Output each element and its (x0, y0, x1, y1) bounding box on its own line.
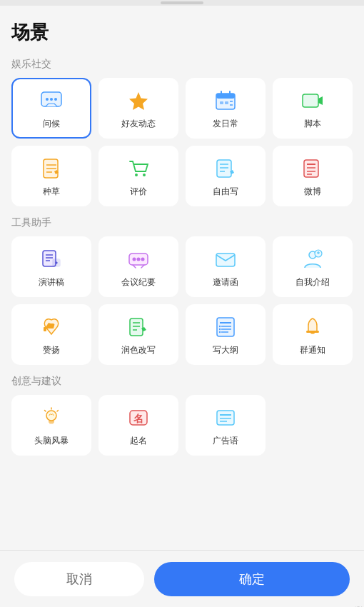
item-selfintro-label: 自我介绍 (295, 276, 330, 289)
person-icon (300, 246, 325, 272)
svg-rect-66 (217, 411, 234, 425)
svg-rect-44 (44, 327, 46, 331)
item-rewrite[interactable]: 润色改写 (98, 304, 178, 365)
grid-entertainment-row2: 种草 评价 (11, 146, 353, 206)
note-icon (39, 156, 64, 181)
svg-rect-10 (225, 101, 228, 104)
svg-rect-57 (306, 331, 319, 333)
bulb-icon (39, 405, 64, 431)
item-greeting-label: 问候 (43, 118, 60, 130)
item-selfintro[interactable]: 自我介绍 (273, 236, 353, 297)
item-script[interactable]: 脚本 (273, 78, 353, 139)
weibo-icon (300, 156, 325, 181)
svg-rect-45 (130, 318, 143, 336)
svg-rect-59 (49, 421, 54, 423)
item-speech[interactable]: 演讲稿 (11, 236, 91, 297)
svg-rect-21 (217, 160, 231, 177)
item-greeting[interactable]: 问候 (11, 78, 91, 139)
svg-marker-4 (129, 92, 148, 110)
svg-point-20 (143, 174, 146, 176)
item-friends[interactable]: 好友动态 (98, 78, 178, 139)
svg-point-54 (219, 326, 221, 327)
section-title-entertainment: 娱乐社交 (11, 58, 353, 71)
svg-point-2 (50, 98, 53, 101)
item-notify-label: 群通知 (300, 344, 325, 356)
item-invite[interactable]: 邀请函 (186, 236, 266, 297)
svg-point-55 (219, 328, 221, 330)
cancel-button[interactable]: 取消 (14, 562, 144, 596)
confirm-button[interactable]: 确定 (154, 562, 350, 596)
item-daily-label: 发日常 (213, 118, 238, 130)
item-weibo[interactable]: 微博 (273, 146, 353, 206)
outline-icon (213, 314, 238, 340)
item-speech-label: 演讲稿 (39, 276, 64, 289)
item-brainstorm[interactable]: 头脑风暴 (11, 395, 91, 456)
item-script-label: 脚本 (304, 118, 321, 130)
item-slogan-label: 广告语 (213, 435, 238, 447)
grid-entertainment-row1: 问候 好友动态 (11, 78, 353, 139)
drag-indicator (161, 1, 203, 4)
svg-line-62 (45, 411, 46, 412)
svg-point-37 (137, 258, 141, 261)
svg-marker-14 (318, 96, 323, 105)
item-recommend-label: 种草 (43, 186, 60, 198)
item-invite-label: 邀请函 (213, 276, 238, 289)
svg-point-3 (54, 98, 57, 101)
bottom-bar: 取消 确定 (0, 550, 364, 607)
item-weibo-label: 微博 (304, 186, 321, 198)
scene-selector: 场景 娱乐社交 问候 (0, 0, 364, 607)
main-content: 场景 娱乐社交 问候 (0, 6, 364, 550)
svg-rect-39 (216, 254, 235, 266)
grid-tools-row1: 演讲稿 会议纪要 (11, 236, 353, 297)
grid-tools-row2: 赞扬 润色改写 (11, 304, 353, 365)
item-outline-label: 写大纲 (213, 344, 238, 356)
ad-icon (213, 405, 238, 431)
item-freewrite-label: 自由写 (213, 186, 238, 198)
meeting-icon (126, 246, 151, 272)
svg-rect-6 (216, 94, 235, 99)
item-review[interactable]: 评价 (98, 146, 178, 206)
name-icon: 名 (126, 405, 151, 431)
editblue-icon (213, 156, 238, 181)
item-freewrite[interactable]: 自由写 (186, 146, 266, 206)
rewrite-icon (126, 314, 151, 340)
item-review-label: 评价 (130, 186, 147, 198)
like-icon (39, 314, 64, 340)
svg-text:名: 名 (133, 413, 143, 424)
item-daily[interactable]: 发日常 (186, 78, 266, 139)
svg-line-63 (57, 411, 59, 412)
item-meeting[interactable]: 会议纪要 (98, 236, 178, 297)
svg-rect-60 (49, 423, 54, 424)
item-praise-label: 赞扬 (43, 344, 60, 356)
video-icon (300, 88, 325, 114)
page-title: 场景 (11, 20, 353, 45)
section-title-tools: 工具助手 (11, 216, 353, 229)
section-title-creative: 创意与建议 (11, 375, 353, 388)
top-bar (0, 0, 364, 6)
item-brainstorm-label: 头脑风暴 (34, 435, 69, 447)
svg-point-38 (141, 258, 145, 261)
cart-icon (126, 156, 151, 181)
mail-icon (213, 246, 238, 272)
item-rewrite-label: 润色改写 (121, 344, 156, 356)
item-praise[interactable]: 赞扬 (11, 304, 91, 365)
chat-icon (39, 88, 64, 114)
svg-point-36 (133, 258, 136, 261)
item-meeting-label: 会议纪要 (121, 276, 156, 289)
grid-creative: 头脑风暴 名 起名 (11, 395, 353, 456)
bell-icon (300, 314, 325, 340)
star-icon (126, 88, 151, 114)
svg-point-56 (219, 331, 221, 333)
svg-point-1 (46, 98, 49, 101)
item-friends-label: 好友动态 (121, 118, 156, 130)
item-recommend[interactable]: 种草 (11, 146, 91, 206)
item-notify[interactable]: 群通知 (273, 304, 353, 365)
item-outline[interactable]: 写大纲 (186, 304, 266, 365)
svg-point-19 (135, 174, 138, 176)
speech-icon (39, 246, 64, 272)
svg-rect-9 (220, 101, 223, 104)
svg-rect-13 (303, 94, 318, 107)
item-naming[interactable]: 名 起名 (98, 395, 178, 456)
item-slogan[interactable]: 广告语 (186, 395, 266, 456)
item-naming-label: 起名 (130, 435, 147, 447)
